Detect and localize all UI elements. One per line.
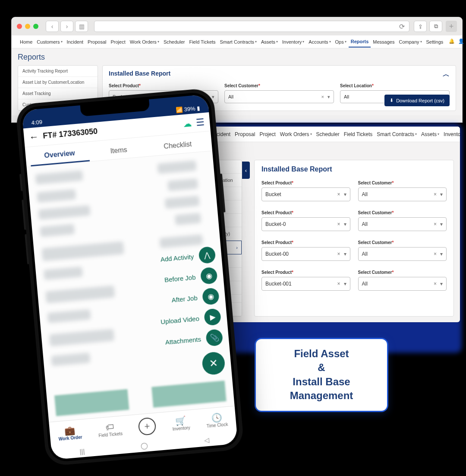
nav-item-inventory[interactable]: Inventory▾ xyxy=(441,131,460,137)
clear-icon: × xyxy=(434,221,437,227)
select-customer-dropdown[interactable]: All×▾ xyxy=(224,90,334,103)
back-arrow-icon[interactable]: ← xyxy=(29,131,39,143)
fab-item-attachments[interactable]: Attachments📎 xyxy=(164,329,223,350)
nav-item-reports[interactable]: Reports xyxy=(349,36,371,48)
select-product-dropdown[interactable]: Bucket-0× ▾ xyxy=(261,217,350,231)
select-product-dropdown[interactable]: Bucket-00× ▾ xyxy=(261,247,350,261)
fab-item-add-activity[interactable]: Add Activity⋀ xyxy=(160,246,216,267)
sidebar-toggle-button[interactable]: ▥ xyxy=(75,21,88,32)
tabs-button[interactable]: ⧉ xyxy=(429,21,442,32)
chevron-down-icon: ▾ xyxy=(440,221,443,227)
sidebar-collapse-button[interactable]: ‹ xyxy=(242,162,250,179)
address-bar[interactable]: ⟳ xyxy=(94,21,409,32)
nav-item-project[interactable]: Project xyxy=(108,39,127,44)
nav-item-settings[interactable]: Settings xyxy=(424,39,446,44)
bottom-nav-field-tickets[interactable]: 🏷Field Tickets xyxy=(98,422,123,438)
nav-item-field-tickets[interactable]: Field Tickets xyxy=(342,131,375,137)
user-avatar-icon[interactable]: 👤 xyxy=(458,38,464,45)
clear-icon: × xyxy=(434,191,437,197)
select-product-label: Select Product* xyxy=(109,83,141,88)
new-tab-button[interactable]: + xyxy=(446,21,457,32)
nav-item-smart-contracts[interactable]: Smart Contracts▾ xyxy=(218,39,259,44)
nav-item-scheduler[interactable]: Scheduler xyxy=(314,131,342,137)
bottom-nav-work-order[interactable]: 💼Work Order xyxy=(57,425,82,441)
select-customer-label: Select Customer* xyxy=(358,270,394,275)
nav-item-ops[interactable]: Ops▾ xyxy=(333,39,349,44)
fab-label: After Job xyxy=(171,294,198,303)
home-icon[interactable]: ◯ xyxy=(140,441,148,450)
minimize-window-icon[interactable] xyxy=(25,24,30,29)
status-battery: 📶 39% ▮ xyxy=(176,105,200,114)
nav-label: Work Order xyxy=(58,435,82,441)
fab-item-upload-video[interactable]: Upload Video▶ xyxy=(160,308,222,330)
chevron-down-icon: ▾ xyxy=(438,132,439,136)
bottom-nav-inventory[interactable]: 🛒Inventory xyxy=(171,416,190,432)
nav-icon: 💼 xyxy=(64,426,76,435)
nav-item-home[interactable]: Home xyxy=(18,39,35,44)
fab-close-button[interactable]: ✕ xyxy=(202,351,226,375)
status-time: 4:09 xyxy=(31,119,43,126)
bottom-nav-time-clock[interactable]: 🕓Time Clock xyxy=(205,413,228,428)
clear-icon: × xyxy=(434,281,437,287)
sidebar-item[interactable]: Asset List by Customer/Location xyxy=(18,77,98,88)
chevron-down-icon: ▾ xyxy=(415,132,417,136)
nav-item-project[interactable]: Project xyxy=(257,131,277,137)
chevron-down-icon: ▾ xyxy=(329,40,331,44)
fab-icon: ⋀ xyxy=(198,246,216,264)
nav-label: Time Clock xyxy=(206,422,228,428)
chevron-down-icon: ▾ xyxy=(157,40,159,44)
nav-item-scheduler[interactable]: Scheduler xyxy=(161,39,187,44)
select-product-dropdown[interactable]: Bucket× ▾ xyxy=(261,187,350,201)
select-customer-dropdown[interactable]: All× ▾ xyxy=(358,277,447,291)
recent-apps-icon[interactable]: ||| xyxy=(79,447,85,455)
fab-label: Add Activity xyxy=(160,253,194,263)
fab-item-before-job[interactable]: Before Job◉ xyxy=(164,267,217,288)
hamburger-menu-icon[interactable]: ☰ xyxy=(195,116,205,128)
bottom-nav-add[interactable]: + xyxy=(138,417,157,436)
nav-item-assets[interactable]: Assets▾ xyxy=(259,39,280,44)
select-customer-dropdown[interactable]: All× ▾ xyxy=(358,247,447,261)
nav-item-proposal[interactable]: Proposal xyxy=(85,39,108,44)
nav-item-proposal[interactable]: Proposal xyxy=(233,131,257,137)
nav-item-incident[interactable]: Incident xyxy=(65,39,86,44)
cloud-sync-icon[interactable]: ☁ xyxy=(183,118,192,129)
select-customer-dropdown[interactable]: All× ▾ xyxy=(358,187,447,201)
chevron-down-icon: ▾ xyxy=(276,40,278,44)
chevron-down-icon: ▾ xyxy=(344,221,346,227)
nav-item-smart-contracts[interactable]: Smart Contracts▾ xyxy=(375,131,419,137)
nav-item-assets[interactable]: Assets▾ xyxy=(419,131,441,137)
select-customer-dropdown[interactable]: All× ▾ xyxy=(358,217,447,231)
nav-item-customers[interactable]: Customers▾ xyxy=(35,39,64,44)
bell-icon[interactable]: 🔔 xyxy=(449,38,455,45)
collapse-panel-icon[interactable]: ︿ xyxy=(443,70,450,79)
nav-item-messages[interactable]: Messages xyxy=(371,39,397,44)
fab-label: Before Job xyxy=(164,273,196,283)
share-button[interactable]: ⇪ xyxy=(414,21,427,32)
nav-item-work-orders[interactable]: Work Orders▾ xyxy=(128,39,161,44)
forward-button[interactable]: › xyxy=(60,21,73,32)
nav-item-company[interactable]: Company▾ xyxy=(397,39,424,44)
reload-icon[interactable]: ⟳ xyxy=(399,22,405,31)
back-icon[interactable]: ◁ xyxy=(204,436,210,444)
select-customer-label: Select Customer* xyxy=(358,240,394,245)
nav-item-inventory[interactable]: Inventory▾ xyxy=(280,39,306,44)
clear-icon: × xyxy=(337,281,340,287)
chevron-down-icon: ▾ xyxy=(440,251,443,257)
chevron-down-icon: ▾ xyxy=(344,251,346,257)
nav-item-field-tickets[interactable]: Field Tickets xyxy=(187,39,217,44)
sidebar-item[interactable]: Asset Tracking xyxy=(18,88,98,99)
fab-speed-dial: Add Activity⋀Before Job◉After Job◉Upload… xyxy=(154,246,226,379)
select-product-label: Select Product* xyxy=(261,240,293,245)
fab-item-after-job[interactable]: After Job◉ xyxy=(171,288,220,308)
ticket-content-blurred: Add Activity⋀Before Job◉After Job◉Upload… xyxy=(27,151,235,422)
nav-item-accounts[interactable]: Accounts▾ xyxy=(306,39,333,44)
select-product-dropdown[interactable]: Bucket-001× ▾ xyxy=(261,277,350,291)
fab-icon: 📎 xyxy=(205,329,223,346)
close-window-icon[interactable] xyxy=(17,24,22,29)
download-report-button[interactable]: ⬇Download Report (csv) xyxy=(384,95,450,106)
select-customer-label: Select Customer* xyxy=(224,83,260,88)
nav-item-work-orders[interactable]: Work Orders▾ xyxy=(278,131,314,137)
maximize-window-icon[interactable] xyxy=(33,24,38,29)
back-button[interactable]: ‹ xyxy=(46,21,59,32)
sidebar-item[interactable]: Activity Tracking Report xyxy=(18,66,98,77)
